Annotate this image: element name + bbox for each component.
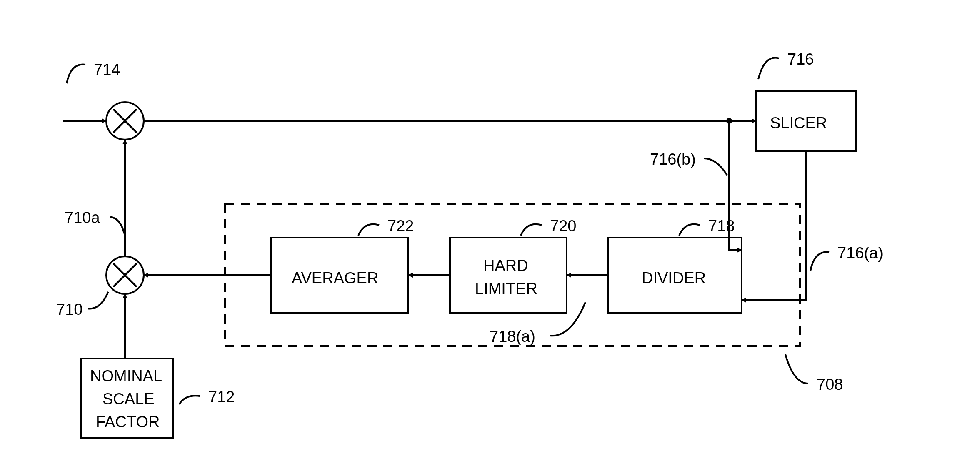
ref-leader <box>785 354 808 384</box>
ref-716: 716 <box>788 50 814 68</box>
ref-leader <box>88 292 108 309</box>
scale-l1: NOMINAL <box>90 367 162 385</box>
ref-714: 714 <box>94 61 120 78</box>
ref-leader <box>67 65 85 83</box>
ref-leader <box>521 224 542 236</box>
ref-718: 718 <box>708 217 735 235</box>
multiplier-lower <box>106 256 144 294</box>
ref-720: 720 <box>550 217 576 235</box>
ref-708: 708 <box>817 376 843 393</box>
divider-label: DIVIDER <box>642 269 706 287</box>
slicer-label: SLICER <box>770 114 827 132</box>
junction-dot <box>726 118 732 124</box>
averager-label: AVERAGER <box>292 269 378 287</box>
hard-limiter-block <box>450 238 567 313</box>
ref-712: 712 <box>208 388 235 406</box>
block-diagram: 714 SLICER 716 708 DIVIDER 718 HARD LIMI… <box>0 0 980 454</box>
ref-leader <box>179 396 200 404</box>
ref-716a: 716(a) <box>838 244 883 262</box>
ref-leader <box>358 224 379 236</box>
ref-710: 710 <box>56 301 82 318</box>
limiter-label-2: LIMITER <box>475 280 538 297</box>
ref-722: 722 <box>388 217 414 235</box>
ref-leader <box>550 302 585 336</box>
ref-leader <box>810 252 829 271</box>
ref-710a: 710a <box>65 209 100 226</box>
ref-718a: 718(a) <box>490 328 535 345</box>
scale-l3: FACTOR <box>96 413 160 431</box>
ref-leader <box>679 224 700 236</box>
signal-716a <box>742 151 806 300</box>
ref-leader <box>704 158 727 175</box>
scale-l2: SCALE <box>102 390 155 408</box>
limiter-label-1: HARD <box>483 257 528 274</box>
ref-leader <box>110 217 124 233</box>
ref-leader <box>758 58 779 79</box>
ref-716b: 716(b) <box>650 150 696 168</box>
multiplier-upper <box>106 102 144 140</box>
